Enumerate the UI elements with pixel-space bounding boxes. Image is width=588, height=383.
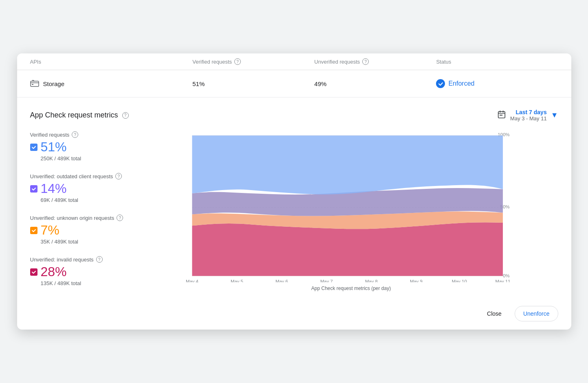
enforced-check-icon — [436, 79, 445, 88]
legend-checkbox-verified[interactable] — [30, 144, 37, 151]
main-dialog: APIs Verified requests ? Unverified requ… — [17, 53, 571, 330]
svg-text:0%: 0% — [503, 273, 509, 278]
col-verified: Verified requests ? — [192, 58, 314, 65]
chart-x-axis-label: App Check request metrics (per day) — [144, 286, 558, 294]
legend-item-unverified-unknown: Unverified: unknown origin requests ? 7%… — [30, 215, 136, 245]
col-status: Status — [436, 58, 558, 65]
legend-checkbox-unknown[interactable] — [30, 227, 37, 234]
metrics-title: App Check request metrics ? — [30, 111, 129, 120]
table-header: APIs Verified requests ? Unverified requ… — [17, 53, 571, 70]
legend-label-verified: Verified requests ? — [30, 131, 136, 138]
legend-side: Verified requests ? 51% 250K / 489K tota… — [30, 131, 144, 298]
unenforce-button[interactable]: Unenforce — [515, 306, 558, 321]
date-range-dropdown-icon: ▼ — [551, 111, 558, 120]
legend-checkbox-invalid[interactable] — [30, 268, 37, 276]
legend-help-outdated[interactable]: ? — [115, 173, 122, 179]
storage-verified-pct: 51% — [192, 80, 314, 87]
verified-help-icon[interactable]: ? — [234, 58, 241, 65]
svg-text:May 5: May 5 — [231, 279, 243, 282]
metrics-section: App Check request metrics ? Last 7 days … — [17, 97, 571, 298]
legend-label-unverified-outdated: Unverified: outdated client requests ? — [30, 173, 136, 179]
svg-text:May 10: May 10 — [451, 279, 467, 282]
legend-item-unverified-outdated: Unverified: outdated client requests ? 1… — [30, 173, 136, 203]
legend-label-unverified-invalid: Unverified: invalid requests ? — [30, 256, 136, 263]
svg-text:May 11: May 11 — [495, 279, 510, 282]
legend-help-verified[interactable]: ? — [72, 131, 78, 138]
legend-label-unverified-unknown: Unverified: unknown origin requests ? — [30, 215, 136, 221]
svg-rect-1 — [32, 84, 33, 85]
legend-checkbox-outdated[interactable] — [30, 185, 37, 193]
col-unverified: Unverified requests ? — [314, 58, 436, 65]
date-range-picker[interactable]: Last 7 days May 3 - May 11 ▼ — [497, 109, 558, 122]
storage-label: Storage — [30, 80, 193, 88]
enforced-badge: Enforced — [436, 79, 558, 88]
date-range-text: Last 7 days May 3 - May 11 — [510, 109, 547, 122]
chart-container: 100% 50% 0% — [144, 131, 558, 294]
svg-rect-0 — [31, 81, 39, 86]
storage-unverified-pct: 49% — [314, 80, 436, 87]
metrics-help-icon[interactable]: ? — [122, 112, 129, 119]
unverified-help-icon[interactable]: ? — [362, 58, 369, 65]
metrics-header: App Check request metrics ? Last 7 days … — [30, 109, 558, 122]
chart-side: 100% 50% 0% — [144, 131, 558, 298]
col-apis: APIs — [30, 58, 193, 65]
storage-row: Storage 51% 49% Enforced — [17, 70, 571, 97]
close-button[interactable]: Close — [479, 306, 510, 321]
calendar-icon — [497, 110, 506, 121]
svg-text:May 6: May 6 — [275, 279, 288, 282]
svg-rect-4 — [501, 115, 502, 116]
svg-rect-3 — [500, 115, 501, 116]
storage-icon — [30, 80, 39, 88]
svg-text:May 8: May 8 — [365, 279, 377, 282]
svg-text:May 7: May 7 — [320, 279, 333, 282]
chart-svg: 100% 50% 0% — [144, 131, 558, 282]
legend-item-unverified-invalid: Unverified: invalid requests ? 28% 135K … — [30, 256, 136, 286]
legend-help-unknown[interactable]: ? — [117, 215, 123, 221]
legend-item-verified: Verified requests ? 51% 250K / 489K tota… — [30, 131, 136, 162]
metrics-content: Verified requests ? 51% 250K / 489K tota… — [30, 131, 558, 298]
svg-text:May 4: May 4 — [186, 279, 198, 282]
footer: Close Unenforce — [17, 298, 571, 330]
svg-text:May 9: May 9 — [410, 279, 422, 282]
legend-help-invalid[interactable]: ? — [96, 256, 103, 263]
